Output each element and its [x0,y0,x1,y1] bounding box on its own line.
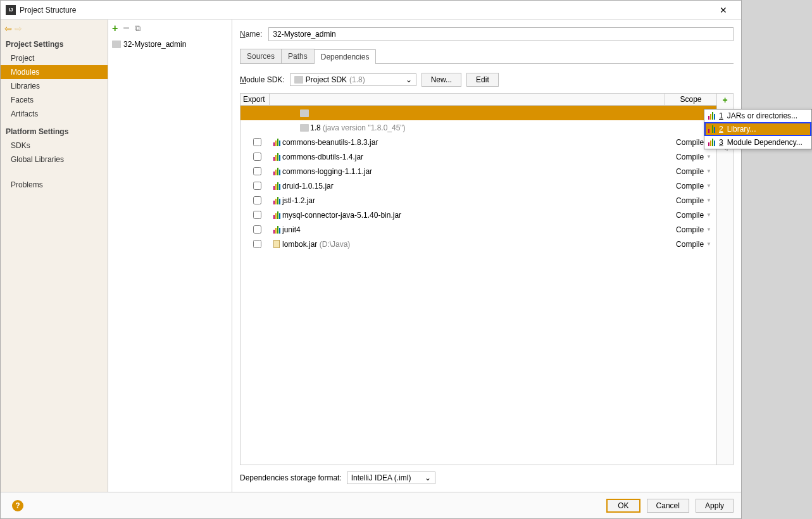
back-icon[interactable]: ⇦ [4,23,12,34]
add-dependency-icon[interactable]: + [722,95,727,105]
sidebar-item-libraries[interactable]: Libraries [1,79,108,93]
dependency-row[interactable]: jstl-1.2.jarCompile ▼ [240,193,716,208]
dependency-row[interactable]: commons-beanutils-1.8.3.jarCompile ▼ [240,135,716,149]
titlebar: IJ Project Structure ✕ [1,1,741,20]
dependency-name: lombok.jar (D:\Java) [282,240,668,249]
close-button[interactable]: ✕ [711,5,736,15]
section-project-settings: Project Settings [1,37,108,51]
popup-item-label: Module Dependency... [727,138,803,147]
popup-item[interactable]: 3 Module Dependency... [704,136,811,149]
dependency-scope[interactable]: Compile ▼ [668,182,714,191]
help-button[interactable]: ? [12,500,23,511]
sidebar-item-modules[interactable]: Modules [1,65,108,79]
dependency-scope[interactable]: Compile ▼ [668,211,714,220]
library-icon [273,197,280,204]
dependency-row[interactable]: lombok.jar (D:\Java)Compile ▼ [240,237,716,251]
dependency-scope[interactable]: Compile ▼ [668,240,714,249]
forward-icon[interactable]: ⇨ [15,23,22,34]
dialog-footer: ? OK Cancel Apply [1,492,741,518]
sdk-edit-button[interactable]: Edit [466,73,499,87]
dependencies-rows: 1.8 (java version "1.8.0_45")commons-bea… [240,106,716,251]
sidebar-item-project[interactable]: Project [1,51,108,65]
storage-label: Dependencies storage format: [240,473,342,482]
dialog-body: ⇦ ⇨ Project Settings Project Modules Lib… [1,20,741,492]
cancel-button[interactable]: Cancel [647,499,689,513]
dependency-row[interactable] [240,106,716,120]
tab-sources[interactable]: Sources [240,49,282,63]
popup-item-label: Library... [727,125,756,134]
export-checkbox[interactable] [253,211,261,219]
dependency-row[interactable]: druid-1.0.15.jarCompile ▼ [240,178,716,193]
export-checkbox[interactable] [253,240,261,248]
chevron-down-icon: ▼ [706,197,711,203]
export-checkbox[interactable] [253,167,261,175]
popup-item[interactable]: 2 Library... [704,122,811,136]
dependency-row[interactable]: junit4Compile ▼ [240,222,716,237]
sidebar-item-problems[interactable]: Problems [1,178,108,192]
module-sdk-select[interactable]: Project SDK (1.8) ⌄ [290,73,416,86]
module-list-panel: + − ⧉ 32-Mystore_admin [108,20,232,492]
chevron-down-icon: ▼ [706,154,711,159]
dependency-name: commons-dbutils-1.4.jar [282,153,668,161]
tab-dependencies[interactable]: Dependencies [314,49,377,64]
dependency-name: commons-logging-1.1.1.jar [282,167,668,176]
sdk-row: Module SDK: Project SDK (1.8) ⌄ New... E… [240,73,734,87]
sidebar-item-artifacts[interactable]: Artifacts [1,107,108,121]
dependency-name: mysql-connector-java-5.1.40-bin.jar [282,211,668,220]
export-checkbox[interactable] [253,153,261,161]
add-module-icon[interactable]: + [112,23,118,34]
tab-paths[interactable]: Paths [281,49,315,63]
name-label: Name: [240,30,262,39]
folder-icon [112,41,121,48]
chevron-down-icon: ⌄ [425,473,431,482]
module-name-input[interactable] [268,27,734,41]
jar-icon [273,240,280,248]
library-icon [273,139,280,146]
storage-format-select[interactable]: IntelliJ IDEA (.iml) ⌄ [347,472,435,484]
sdk-new-button[interactable]: New... [422,73,461,87]
export-checkbox[interactable] [253,225,261,234]
dependency-row[interactable]: 1.8 (java version "1.8.0_45") [240,120,716,135]
export-checkbox[interactable] [253,138,261,146]
app-icon: IJ [6,5,16,15]
dependency-scope[interactable]: Compile ▼ [668,167,714,176]
project-structure-dialog: IJ Project Structure ✕ ⇦ ⇨ Project Setti… [0,0,742,519]
chevron-down-icon: ▼ [706,212,711,218]
sidebar-item-sdks[interactable]: SDKs [1,139,108,153]
module-editor: Name: Sources Paths Dependencies Module … [232,20,741,492]
library-icon [273,211,280,219]
export-checkbox[interactable] [253,182,261,190]
library-icon [708,139,715,146]
library-icon [708,125,715,133]
col-name [270,94,665,105]
module-list-item[interactable]: 32-Mystore_admin [108,37,232,51]
popup-item[interactable]: 1 JARs or directories... [704,109,811,122]
dependency-row[interactable]: commons-dbutils-1.4.jarCompile ▼ [240,149,716,164]
folder-icon [300,109,309,117]
add-dependency-popup: 1 JARs or directories... 2 Library... 3 … [704,109,812,149]
sidebar-item-global-libraries[interactable]: Global Libraries [1,153,108,166]
folder-icon [294,76,303,84]
dependency-row[interactable]: mysql-connector-java-5.1.40-bin.jarCompi… [240,208,716,222]
export-checkbox[interactable] [253,196,261,204]
sidebar: ⇦ ⇨ Project Settings Project Modules Lib… [1,20,108,492]
col-export[interactable]: Export [240,94,270,105]
popup-item-label: JARs or directories... [727,111,797,120]
library-icon [273,226,280,234]
sidebar-item-facets[interactable]: Facets [1,93,108,107]
copy-module-icon[interactable]: ⧉ [135,23,141,34]
apply-button[interactable]: Apply [696,499,734,513]
dependency-row[interactable]: commons-logging-1.1.1.jarCompile ▼ [240,164,716,178]
dependency-scope[interactable]: Compile ▼ [668,225,714,234]
dependency-name: 1.8 (java version "1.8.0_45") [310,123,668,132]
remove-module-icon[interactable]: − [123,22,130,35]
ok-button[interactable]: OK [606,499,640,513]
chevron-down-icon: ▼ [706,241,711,247]
dependency-scope[interactable]: Compile ▼ [668,196,714,205]
module-name: 32-Mystore_admin [123,40,186,49]
dependency-scope[interactable]: Compile ▼ [668,153,714,161]
module-sdk-label: Module SDK: [240,75,285,84]
chevron-down-icon: ⌄ [406,75,412,84]
col-scope[interactable]: Scope [665,94,716,105]
dependency-name: druid-1.0.15.jar [282,182,668,191]
